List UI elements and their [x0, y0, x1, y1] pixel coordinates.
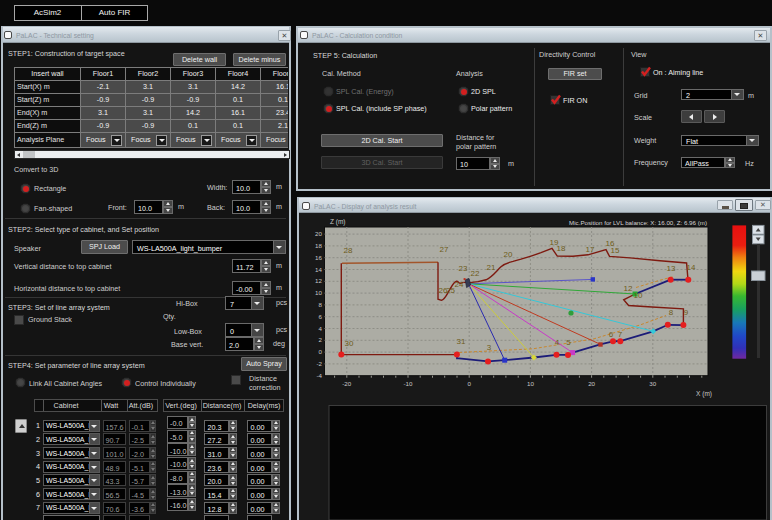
svg-text:9: 9 [684, 308, 689, 317]
svg-text:20: 20 [504, 250, 513, 259]
svg-text:23: 23 [459, 264, 468, 273]
svg-text:Z (m): Z (m) [330, 218, 346, 226]
svg-text:10: 10 [527, 380, 534, 387]
svg-text:8: 8 [319, 301, 323, 308]
svg-text:5: 5 [566, 338, 571, 347]
svg-text:0: 0 [467, 380, 471, 387]
svg-text:3: 3 [487, 343, 492, 352]
svg-text:X (m): X (m) [696, 390, 712, 398]
svg-text:4: 4 [555, 338, 560, 347]
svg-text:17: 17 [586, 245, 595, 254]
svg-text:2: 2 [319, 336, 323, 343]
svg-text:27: 27 [440, 245, 449, 254]
svg-text:14: 14 [315, 266, 322, 273]
svg-text:21: 21 [487, 263, 496, 272]
svg-text:6: 6 [609, 330, 614, 339]
svg-text:10: 10 [634, 291, 643, 300]
svg-text:30: 30 [345, 339, 354, 348]
svg-text:-4: -4 [316, 372, 322, 379]
svg-text:12: 12 [624, 284, 633, 293]
svg-text:28: 28 [344, 246, 353, 255]
svg-text:6: 6 [319, 313, 323, 320]
svg-text:-20: -20 [342, 380, 352, 387]
svg-text:8: 8 [669, 308, 674, 317]
svg-text:22: 22 [471, 269, 480, 278]
svg-text:10: 10 [315, 289, 322, 296]
svg-text:-10: -10 [404, 380, 414, 387]
svg-text:13: 13 [667, 264, 676, 273]
svg-text:12: 12 [315, 277, 322, 284]
svg-text:18: 18 [315, 242, 322, 249]
svg-text:20: 20 [588, 380, 595, 387]
svg-text:16: 16 [315, 254, 322, 261]
svg-text:14: 14 [687, 263, 696, 272]
svg-text:-2: -2 [316, 360, 322, 367]
svg-text:Mic.Position for LVL balance:: Mic.Position for LVL balance: X: 16.00, … [569, 219, 707, 226]
svg-text:15: 15 [611, 246, 620, 255]
svg-text:7: 7 [618, 330, 623, 339]
svg-text:24: 24 [455, 280, 464, 289]
svg-text:30: 30 [649, 380, 656, 387]
svg-text:4: 4 [319, 325, 323, 332]
svg-text:20: 20 [315, 230, 322, 237]
svg-text:18: 18 [557, 244, 566, 253]
svg-text:31: 31 [457, 337, 466, 346]
svg-text:0: 0 [319, 348, 323, 355]
